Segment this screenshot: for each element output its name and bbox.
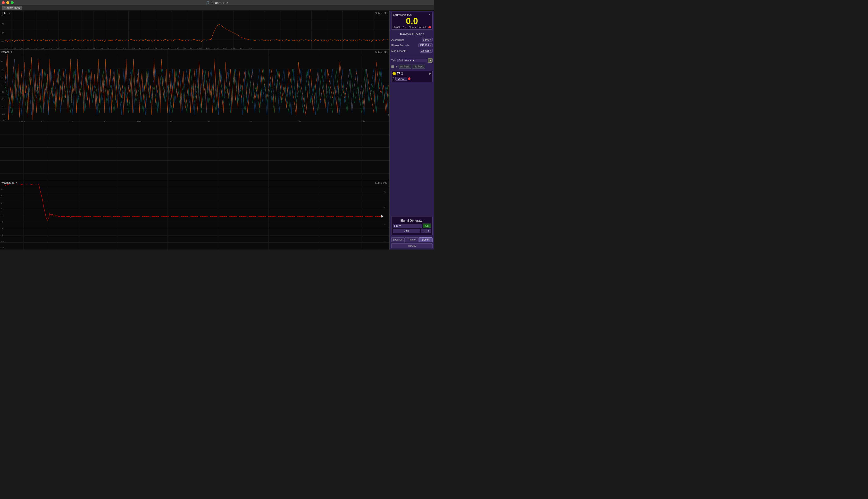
tf-channel-dot <box>392 72 396 75</box>
track-row: All Track No Track <box>391 64 432 69</box>
tf-channel-sub: M R 25.00 <box>392 76 431 81</box>
tf-m-label: M <box>392 76 394 78</box>
svg-text:+40: +40 <box>154 47 157 49</box>
svg-text:-70: -70 <box>71 47 74 49</box>
svg-text:-110: -110 <box>41 47 45 49</box>
svg-text:60: 60 <box>383 206 386 209</box>
tab-transfer[interactable]: Transfer <box>405 238 418 242</box>
app-beta: BETA <box>222 1 229 4</box>
magnitude-dropdown-icon[interactable]: ▼ <box>15 182 17 184</box>
mag-smooth-dropdown[interactable]: 1/6 Oct ▼ <box>420 49 432 53</box>
sig-minus-btn[interactable]: – <box>421 229 425 233</box>
phase-label: Phase ▼ <box>2 50 13 53</box>
svg-text:+130: +130 <box>223 47 228 49</box>
sig-gen-type-row: File ▼ On <box>393 223 431 228</box>
mag-smooth-arrow: ▼ <box>429 50 431 52</box>
phase-chart: 150 90 60 30 0 -30 -60 -90 -120 -150 <box>0 49 389 180</box>
svg-text:+100: +100 <box>197 47 202 49</box>
menubar: Calibrations <box>0 5 434 11</box>
tab-live-ir[interactable]: Live IR <box>419 238 432 242</box>
phase-sub-label: Sub 5 S90 <box>375 50 387 53</box>
magnitude-chart: 15 12 9 6 3 0 -3 -6 -9 -12 -15 80 60 40 … <box>0 180 389 250</box>
tab-spectrum[interactable]: Spectrum <box>391 238 405 242</box>
svg-text:0: 0 <box>1 84 2 86</box>
tab-row: Tab: Calibrations ▼ ✕ <box>391 58 432 63</box>
signal-generator: Signal Generator File ▼ On 0 dB – + <box>391 216 432 235</box>
svg-text:-30: -30 <box>1 91 4 93</box>
svg-text:+120: +120 <box>214 47 219 49</box>
sig-db-display: 0 dB <box>393 229 420 233</box>
svg-text:-90: -90 <box>1 105 4 108</box>
svg-text:-130: -130 <box>26 47 30 49</box>
phase-smooth-row: Phase Smooth: 1/12 Oct ▼ <box>391 44 432 47</box>
all-track-btn[interactable]: All Track <box>399 64 411 69</box>
tab-impulse[interactable]: Impulse <box>391 243 432 248</box>
sig-on-button[interactable]: On <box>423 223 431 228</box>
phase-dropdown-icon[interactable]: ▼ <box>10 51 13 53</box>
svg-text:+150: +150 <box>240 47 244 49</box>
svg-text:+140: +140 <box>231 47 236 49</box>
svg-text:-96: -96 <box>1 40 4 43</box>
spl-weighting-dropdown[interactable]: C ▼ <box>402 26 407 28</box>
menu-calibrations[interactable]: Calibrations <box>2 6 22 10</box>
right-sidebar: Earthworks M23 ▼ 0.0 dB SPL C ▼ Slow ▼ M… <box>390 11 434 250</box>
etc-sub-label: Sub 5 S90 <box>375 12 387 14</box>
phase-title: Phase <box>2 50 10 53</box>
tf-r-label: R <box>392 78 394 81</box>
svg-text:31.5: 31.5 <box>21 120 25 123</box>
svg-text:20: 20 <box>383 240 386 243</box>
magnitude-sub-label: Sub 5 S90 <box>375 181 387 184</box>
spl-speed-dropdown[interactable]: Slow ▼ <box>409 26 417 28</box>
svg-text:6: 6 <box>1 202 2 204</box>
spacer <box>391 84 432 215</box>
tf-channel-row: TF 2 ▶ <box>392 72 431 75</box>
tf-channel-play[interactable]: ▶ <box>429 72 431 75</box>
svg-text:-60: -60 <box>1 98 4 100</box>
no-track-btn[interactable]: No Track <box>412 64 425 69</box>
phase-smooth-dropdown[interactable]: 1/12 Oct ▼ <box>418 44 432 47</box>
maximize-btn[interactable] <box>11 1 14 4</box>
tab-close-btn[interactable]: ✕ <box>428 58 432 63</box>
close-btn[interactable] <box>2 1 5 4</box>
svg-text:60: 60 <box>1 68 3 71</box>
chart-panels: ETC ▼ Sub 5 S90 -60 -72 -84 -96 <box>0 11 390 250</box>
svg-text:-40: -40 <box>93 47 96 49</box>
svg-text:-120: -120 <box>34 47 38 49</box>
svg-text:8k: 8k <box>298 120 301 123</box>
play-button[interactable] <box>396 65 398 68</box>
svg-text:-140: -140 <box>19 47 23 49</box>
sig-type-dropdown[interactable]: File ▼ <box>393 224 422 228</box>
svg-text:-160: -160 <box>4 47 9 49</box>
magnitude-panel: Magnitude ▼ Sub 5 S90 15 12 9 6 3 <box>0 180 389 250</box>
tf-offset[interactable]: 25.00 <box>395 77 407 81</box>
bottom-tabs: Spectrum Transfer Live IR <box>391 238 432 242</box>
svg-text:+110: +110 <box>206 47 210 49</box>
svg-text:-50: -50 <box>85 47 88 49</box>
svg-text:+90: +90 <box>190 47 193 49</box>
svg-text:-9: -9 <box>1 234 3 236</box>
svg-text:-84: -84 <box>1 32 4 34</box>
averaging-dropdown[interactable]: 2 Sec ▼ <box>421 38 433 41</box>
mag-smooth-label: Mag Smooth: <box>391 49 407 52</box>
minimize-btn[interactable] <box>6 1 9 4</box>
main-layout: ETC ▼ Sub 5 S90 -60 -72 -84 -96 <box>0 11 434 250</box>
svg-text:+30: +30 <box>146 47 149 49</box>
svg-text:-150: -150 <box>12 47 16 49</box>
etc-title: ETC <box>2 12 7 14</box>
collapse-arrow[interactable]: › <box>388 113 389 117</box>
svg-text:-72: -72 <box>1 23 4 25</box>
svg-text:63: 63 <box>41 120 44 123</box>
tf-offset-dot <box>408 77 411 80</box>
svg-text:-12: -12 <box>1 240 4 243</box>
magnitude-label: Magnitude ▼ <box>2 181 17 184</box>
svg-text:-120: -120 <box>1 113 5 115</box>
sig-plus-btn[interactable]: + <box>427 229 431 233</box>
etc-dropdown-icon[interactable]: ▼ <box>8 12 10 14</box>
spl-device-dropdown[interactable]: ▼ <box>429 14 431 16</box>
svg-text:2k: 2k <box>208 120 210 123</box>
tab-dropdown[interactable]: Calibrations ▼ <box>398 59 427 62</box>
app-title: 🎵 Smaart BETA <box>206 1 228 4</box>
svg-text:12: 12 <box>1 188 3 191</box>
svg-text:-80: -80 <box>64 47 66 49</box>
record-button[interactable] <box>391 65 394 68</box>
